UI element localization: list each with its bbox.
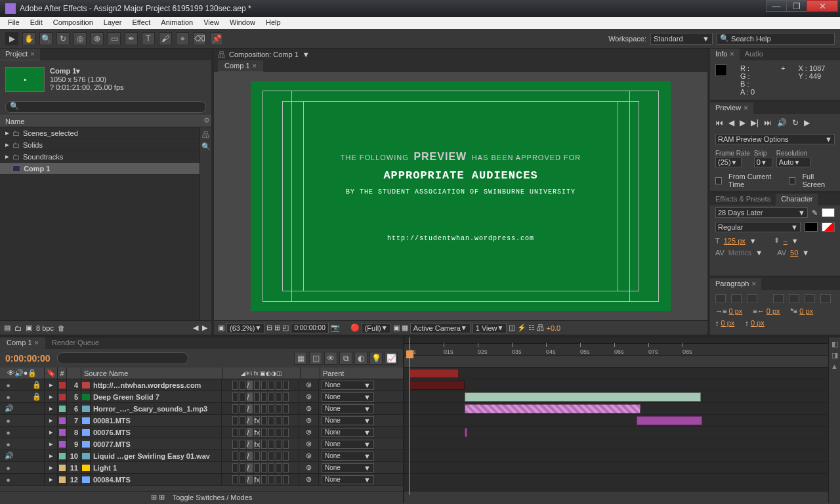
toggle-switches[interactable]: Toggle Switches / Modes xyxy=(173,494,253,501)
menu-layer[interactable]: Layer xyxy=(98,17,127,29)
character-tab[interactable]: Character xyxy=(776,194,818,205)
layer-row[interactable]: ● ▸ 11 Light 1 / ⊚ None▼ xyxy=(0,462,403,474)
chevron-down-icon[interactable]: ▼ xyxy=(303,51,310,58)
layer-row[interactable]: ● ▸ 12 00084.MTS /fx ⊚ None▼ xyxy=(0,474,403,486)
search-help-input[interactable]: 🔍 Search Help xyxy=(717,33,835,45)
preview-res-dropdown[interactable]: Auto ▼ xyxy=(776,157,810,167)
play-icon[interactable]: ▶ xyxy=(740,118,746,127)
align-left-icon[interactable] xyxy=(715,294,726,303)
flowchart-icon[interactable]: 品 xyxy=(202,130,209,140)
layer-row[interactable]: 🔊 ▸ 10 Liquid …ger Swirling Easy 01.wav … xyxy=(0,450,403,462)
timeline-comp-tab[interactable]: Comp 1× xyxy=(0,337,45,349)
parent-dropdown[interactable]: None▼ xyxy=(322,440,374,449)
paragraph-tab[interactable]: Paragraph× xyxy=(710,278,761,290)
resolution-dropdown[interactable]: (Full) ▼ xyxy=(362,323,391,333)
layer-row[interactable]: ● ▸ 9 00077.MTS /fx ⊚ None▼ xyxy=(0,438,403,450)
views-dropdown[interactable]: 1 View ▼ xyxy=(472,323,507,333)
next-frame-icon[interactable]: ▶| xyxy=(751,118,759,127)
project-list[interactable]: ▸ 🗀 Scenes_selected ▸ 🗀 Solids ▸ 🗀 Sound… xyxy=(0,127,200,320)
close-button[interactable]: ✕ xyxy=(807,0,838,12)
menu-file[interactable]: File xyxy=(3,17,25,29)
timeline-icon[interactable]: ☷ xyxy=(528,324,535,332)
motion-blur-icon[interactable]: ◐ xyxy=(354,352,368,365)
menu-window[interactable]: Window xyxy=(224,17,261,29)
prev-icon[interactable]: ◀ xyxy=(193,324,198,332)
mute-icon[interactable]: 🔊 xyxy=(777,118,787,127)
bpc-label[interactable]: 8 bpc xyxy=(36,324,54,332)
parent-dropdown[interactable]: None▼ xyxy=(322,452,374,461)
parent-dropdown[interactable]: None▼ xyxy=(322,475,374,484)
parent-dropdown[interactable]: None▼ xyxy=(322,392,374,402)
folder-item[interactable]: ▸ 🗀 Scenes_selected xyxy=(0,127,200,139)
folder-item[interactable]: ▸ 🗀 Solids xyxy=(0,139,200,151)
proj-menu-icon[interactable]: ▤ xyxy=(4,324,10,332)
stroke-color[interactable] xyxy=(805,222,818,232)
project-search-input[interactable]: 🔍 xyxy=(5,101,206,113)
flowchart-icon[interactable]: 品 xyxy=(537,323,544,333)
framerate-dropdown[interactable]: (25) ▼ xyxy=(715,157,742,167)
bring-out-icon[interactable]: ◨ xyxy=(831,351,838,360)
rotation-tool-icon[interactable]: ↻ xyxy=(56,32,70,45)
info-tab[interactable]: Info× xyxy=(710,49,740,60)
space-before[interactable]: 0 px xyxy=(721,319,735,327)
draft3d-icon[interactable]: ◫ xyxy=(309,352,322,365)
effects-tab[interactable]: Effects & Presets xyxy=(710,194,776,205)
menu-effect[interactable]: Effect xyxy=(127,17,156,29)
kerning-input[interactable]: Metrics xyxy=(728,249,751,257)
clone-tool-icon[interactable]: ⌖ xyxy=(176,32,189,45)
timeline-tracks[interactable]: 0s01s02s03s04s05s06s07s08s xyxy=(404,337,828,503)
folder-item[interactable]: ▸ 🗀 Soundtracks xyxy=(0,151,200,163)
comp-viewer-tab[interactable]: Comp 1× xyxy=(218,60,263,72)
prev-frame-icon[interactable]: ◀ xyxy=(728,118,734,127)
brainstorm-icon[interactable]: 💡 xyxy=(369,352,383,365)
close-icon[interactable]: × xyxy=(30,50,34,58)
playhead[interactable] xyxy=(410,337,410,495)
layer-row[interactable]: 🔊 ▸ 6 Horror_…-_Scary_sounds_1.mp3 / ⊚ N… xyxy=(0,403,403,415)
flowchart-icon[interactable]: 品 xyxy=(218,50,225,60)
hand-tool-icon[interactable]: ✋ xyxy=(22,32,35,45)
current-time[interactable]: 0:00:00:00 xyxy=(291,323,328,333)
rect-tool-icon[interactable]: ▭ xyxy=(108,32,121,45)
work-area-bar[interactable] xyxy=(404,337,828,344)
anchor-tool-icon[interactable]: ⊕ xyxy=(91,32,104,45)
shy-icon[interactable]: 👁 xyxy=(324,352,337,365)
align-right-icon[interactable] xyxy=(747,294,757,303)
pixel-aspect-icon[interactable]: ◫ xyxy=(509,324,515,332)
ram-preview-icon[interactable]: ▶ xyxy=(804,118,810,127)
new-folder-icon[interactable]: 🗀 xyxy=(14,324,22,332)
find-icon[interactable]: 🔍 xyxy=(201,142,211,151)
graph-editor-icon[interactable]: 📈 xyxy=(385,352,398,365)
zoom-tool-icon[interactable]: 🔍 xyxy=(39,32,52,45)
comp-mini-icon[interactable]: ▦ xyxy=(294,352,307,365)
camera-tool-icon[interactable]: ◎ xyxy=(74,32,87,45)
exposure[interactable]: +0.0 xyxy=(546,324,560,332)
timeline-timecode[interactable]: 0:00:00:00 xyxy=(5,353,51,364)
layer-row[interactable]: ● ▸ 7 00081.MTS /fx ⊚ None▼ xyxy=(0,415,403,427)
layer-row[interactable]: ●🔒 ▸ 5 Deep Green Solid 7 / ⊚ None▼ xyxy=(0,391,403,403)
fullscreen-checkbox[interactable] xyxy=(789,177,795,184)
close-icon[interactable]: × xyxy=(253,62,257,70)
audio-tab[interactable]: Audio xyxy=(740,49,768,60)
parent-dropdown[interactable]: None▼ xyxy=(322,416,374,425)
menu-help[interactable]: Help xyxy=(261,17,286,29)
next-icon[interactable]: ▶ xyxy=(202,324,207,332)
minimize-button[interactable]: — xyxy=(766,0,787,12)
indent-right[interactable]: 0 px xyxy=(766,307,780,315)
timeline-search-input[interactable] xyxy=(57,352,188,364)
selection-tool-icon[interactable]: ▶ xyxy=(5,32,18,45)
justify-right-icon[interactable] xyxy=(805,294,815,303)
comp-thumbnail[interactable]: ■ xyxy=(5,67,45,92)
name-column-header[interactable]: Name xyxy=(5,117,24,125)
from-current-checkbox[interactable] xyxy=(715,177,722,184)
parent-dropdown[interactable]: None▼ xyxy=(322,381,374,390)
menu-view[interactable]: View xyxy=(198,17,224,29)
layer-row[interactable]: ● ▸ 8 00076.MTS /fx ⊚ None▼ xyxy=(0,427,403,438)
last-frame-icon[interactable]: ⏭ xyxy=(764,118,772,127)
comp-header[interactable]: Composition: Comp 1 xyxy=(229,51,299,58)
mask-icon[interactable]: ◰ xyxy=(282,324,289,332)
text-tool-icon[interactable]: T xyxy=(142,32,155,45)
space-after[interactable]: 0 px xyxy=(751,319,765,327)
roi-icon[interactable]: ▣ xyxy=(393,324,400,332)
tracking-input[interactable]: 50 xyxy=(790,249,798,257)
time-ruler[interactable]: 0s01s02s03s04s05s06s07s08s xyxy=(404,344,828,356)
